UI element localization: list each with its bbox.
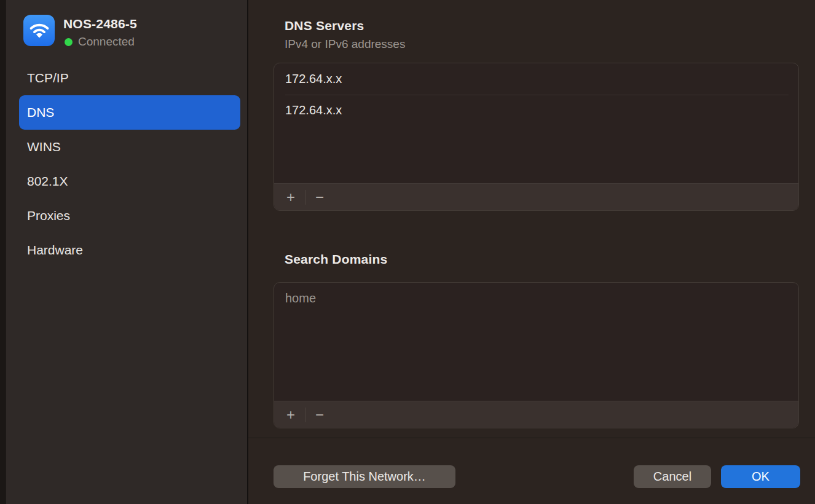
sidebar-item-label: WINS <box>27 140 61 154</box>
dns-server-value: 172.64.x.x <box>285 103 342 117</box>
network-header: NOS-2486-5 Connected <box>6 0 247 59</box>
cancel-button[interactable]: Cancel <box>634 465 711 488</box>
dns-server-entry[interactable]: 172.64.x.x <box>274 63 798 95</box>
forget-network-button[interactable]: Forget This Network… <box>274 465 455 488</box>
search-domains-title: Search Domains <box>285 252 387 267</box>
sidebar-item-hardware[interactable]: Hardware <box>19 233 240 267</box>
dns-servers-title: DNS Servers <box>285 18 364 33</box>
search-domains-rows: home <box>274 283 798 401</box>
sidebar-item-8021x[interactable]: 802.1X <box>19 164 240 199</box>
toolbar-separator <box>305 408 305 422</box>
sidebar: NOS-2486-5 Connected TCP/IP DNS WINS 802… <box>6 0 247 504</box>
wifi-icon <box>23 15 55 46</box>
dns-servers-rows: 172.64.x.x 172.64.x.x <box>274 63 798 183</box>
search-domains-list: home + − <box>274 282 799 428</box>
remove-dns-server-button[interactable]: − <box>309 187 330 208</box>
ok-button[interactable]: OK <box>721 465 800 488</box>
network-status: Connected <box>65 35 135 49</box>
toolbar-separator <box>305 190 305 205</box>
dns-servers-subtitle: IPv4 or IPv6 addresses <box>285 37 405 51</box>
screen-edge-strip <box>0 0 6 504</box>
add-dns-server-button[interactable]: + <box>280 187 301 208</box>
sidebar-item-label: TCP/IP <box>27 71 69 85</box>
status-text: Connected <box>78 35 135 49</box>
sidebar-nav: TCP/IP DNS WINS 802.1X Proxies Hardware <box>19 61 240 267</box>
dns-servers-list: 172.64.x.x 172.64.x.x + − <box>274 63 799 211</box>
dns-server-entry[interactable]: 172.64.x.x <box>274 95 798 126</box>
sidebar-item-label: Hardware <box>27 243 83 258</box>
sidebar-item-wins[interactable]: WINS <box>19 130 240 164</box>
network-name: NOS-2486-5 <box>63 17 137 31</box>
main-panel: DNS Servers IPv4 or IPv6 addresses 172.6… <box>248 0 815 504</box>
dns-server-value: 172.64.x.x <box>285 72 342 86</box>
sidebar-item-label: DNS <box>27 105 54 120</box>
sidebar-item-proxies[interactable]: Proxies <box>19 199 240 233</box>
add-search-domain-button[interactable]: + <box>280 404 301 425</box>
search-domain-value: home <box>285 291 316 305</box>
sidebar-item-label: 802.1X <box>27 174 68 189</box>
dns-servers-toolbar: + − <box>274 183 798 210</box>
sidebar-item-dns[interactable]: DNS <box>19 95 240 130</box>
sidebar-item-label: Proxies <box>27 208 70 223</box>
search-domains-toolbar: + − <box>274 401 798 428</box>
search-domain-entry[interactable]: home <box>274 283 798 314</box>
green-status-dot-icon <box>65 38 73 46</box>
footer-divider <box>248 438 815 438</box>
remove-search-domain-button[interactable]: − <box>309 404 330 425</box>
sidebar-item-tcpip[interactable]: TCP/IP <box>19 61 240 95</box>
